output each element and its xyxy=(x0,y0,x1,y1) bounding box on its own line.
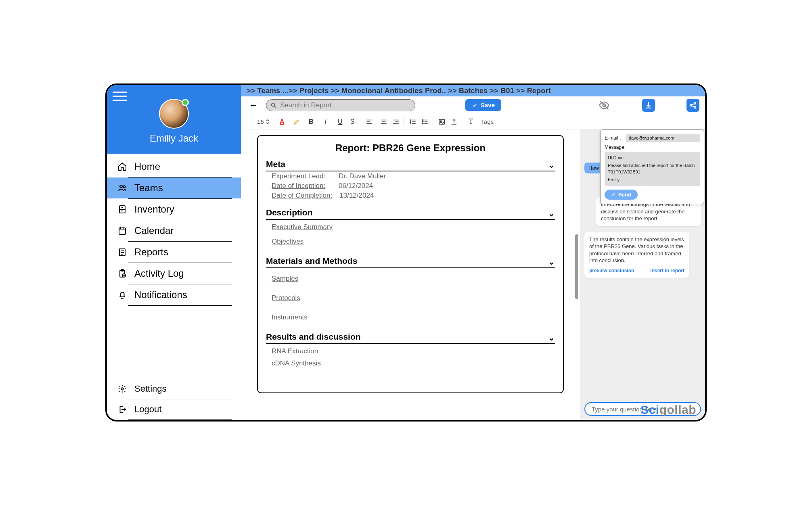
sidebar-item-label: Teams xyxy=(134,182,163,194)
download-icon[interactable] xyxy=(642,99,655,112)
send-button[interactable]: Send xyxy=(605,190,638,200)
visibility-off-icon[interactable] xyxy=(598,99,611,112)
chevron-down-icon[interactable]: ⌄ xyxy=(548,333,555,342)
sidebar-header: Emilly Jack xyxy=(107,85,241,154)
subsection-link[interactable]: Samples xyxy=(266,268,555,286)
report-title: Report: PBR26 Gene Expression xyxy=(266,142,555,154)
nav: Home Teams Inventory Calendar Reports Ac… xyxy=(107,154,241,379)
svg-line-26 xyxy=(692,105,695,106)
highlight-icon[interactable] xyxy=(291,116,303,127)
bullet-list-icon[interactable] xyxy=(421,116,433,127)
search-input[interactable] xyxy=(280,101,411,109)
share-icon[interactable] xyxy=(686,99,699,112)
back-arrow-icon[interactable]: ← xyxy=(247,100,260,111)
align-right-icon[interactable] xyxy=(392,116,404,127)
document-panel: Report: PBR26 Gene Expression Meta ⌄ Exp… xyxy=(241,129,580,420)
underline-icon[interactable]: U xyxy=(334,116,346,127)
reports-icon xyxy=(117,247,128,257)
sidebar-item-settings[interactable]: Settings xyxy=(107,379,241,399)
italic-icon[interactable]: I xyxy=(320,116,332,127)
strikethrough-icon[interactable]: S xyxy=(349,116,361,127)
logout-icon xyxy=(117,405,128,414)
image-icon[interactable] xyxy=(436,116,448,127)
bottom-nav: Settings Logout xyxy=(107,379,241,420)
calendar-icon xyxy=(117,226,128,236)
brand-logo: Sciqollab xyxy=(640,403,696,417)
toolbar: ← Save xyxy=(241,96,705,114)
message-field[interactable]: Hi Dave, Please find attached the report… xyxy=(605,152,700,186)
sidebar-item-label: Activity Log xyxy=(134,268,184,279)
sidebar-item-activity-log[interactable]: Activity Log xyxy=(107,263,241,284)
sidebar-item-logout[interactable]: Logout xyxy=(107,399,241,419)
sidebar-item-label: Settings xyxy=(134,384,167,394)
chevron-down-icon[interactable]: ⌄ xyxy=(548,209,555,218)
breadcrumb[interactable]: >> Teams ...>> Projects >> Monoclonal An… xyxy=(241,85,705,96)
main: >> Teams ...>> Projects >> Monoclonal An… xyxy=(241,85,705,420)
subsection-link[interactable]: Instruments xyxy=(266,305,555,325)
chevron-down-icon[interactable]: ⌄ xyxy=(548,257,555,267)
svg-point-42 xyxy=(423,119,423,120)
svg-point-43 xyxy=(423,121,423,122)
sidebar-item-label: Calendar xyxy=(134,225,174,236)
bell-icon xyxy=(117,290,128,300)
preview-conclusion-link[interactable]: preview conclusion xyxy=(589,267,634,274)
sidebar-item-label: Logout xyxy=(134,404,161,415)
subsection-link[interactable]: Protocols xyxy=(266,286,555,305)
email-field[interactable] xyxy=(626,134,700,142)
text-tool-icon[interactable]: T xyxy=(465,116,477,127)
sidebar-item-label: Inventory xyxy=(134,204,174,215)
numbered-list-icon[interactable]: 123 xyxy=(407,116,419,127)
tags-label[interactable]: Tags xyxy=(481,118,494,125)
check-icon xyxy=(472,102,477,108)
align-center-icon[interactable] xyxy=(378,116,390,127)
assistant-panel: How c Interpret the findings in the resu… xyxy=(580,129,705,420)
user-name: Emilly Jack xyxy=(150,133,198,144)
status-online-icon xyxy=(182,99,189,106)
format-bar: 16 A B I U S 123 T Tags xyxy=(241,114,705,129)
svg-point-0 xyxy=(120,185,122,188)
save-button[interactable]: Save xyxy=(465,99,501,111)
svg-point-17 xyxy=(121,388,123,390)
text-color-icon[interactable]: A xyxy=(276,116,288,127)
sidebar-item-inventory[interactable]: Inventory xyxy=(107,199,241,220)
scrollbar-thumb[interactable] xyxy=(575,234,578,299)
sidebar-item-teams[interactable]: Teams xyxy=(107,177,241,198)
chat-bubble-assistant: The results contain the expression level… xyxy=(584,232,689,278)
sidebar-item-home[interactable]: Home xyxy=(107,156,241,177)
sidebar-item-reports[interactable]: Reports xyxy=(107,242,241,263)
insert-in-report-link[interactable]: insert in report xyxy=(650,267,684,274)
share-popover: E-mail : Message: Hi Dave, Please find a… xyxy=(600,129,704,204)
svg-point-18 xyxy=(272,103,275,106)
subsection-link[interactable]: cDNA Synthesis xyxy=(266,359,555,371)
home-icon xyxy=(117,162,128,171)
align-left-icon[interactable] xyxy=(363,116,375,127)
chevron-down-icon[interactable]: ⌄ xyxy=(548,160,555,170)
font-size-stepper[interactable]: 16 xyxy=(257,118,270,125)
sidebar-item-label: Notifications xyxy=(134,289,187,300)
clipboard-icon xyxy=(117,269,128,278)
section-meta: Meta ⌄ xyxy=(266,159,555,171)
avatar[interactable] xyxy=(159,99,189,129)
gear-icon xyxy=(117,384,128,393)
section-results: Results and discussion ⌄ xyxy=(266,332,555,344)
sidebar-item-notifications[interactable]: Notifications xyxy=(107,284,241,305)
svg-point-44 xyxy=(423,123,423,124)
sidebar-item-calendar[interactable]: Calendar xyxy=(107,220,241,241)
cabinet-icon xyxy=(117,205,128,214)
subsection-link[interactable]: Executive Summary xyxy=(266,220,555,234)
svg-line-19 xyxy=(274,106,276,108)
report-document: Report: PBR26 Gene Expression Meta ⌄ Exp… xyxy=(257,135,564,393)
hamburger-menu-icon[interactable] xyxy=(113,89,127,104)
bold-icon[interactable]: B xyxy=(305,116,317,127)
svg-rect-6 xyxy=(119,228,126,234)
subsection-link[interactable]: RNA Extraction xyxy=(266,344,555,359)
upload-icon[interactable] xyxy=(450,116,463,127)
sidebar-item-label: Home xyxy=(134,161,160,172)
svg-line-25 xyxy=(692,103,695,104)
section-description: Description ⌄ xyxy=(266,208,555,220)
section-materials: Materials and Methods ⌄ xyxy=(266,256,555,268)
search-box[interactable] xyxy=(266,99,415,111)
sidebar-item-label: Reports xyxy=(134,246,168,258)
check-icon xyxy=(611,192,616,197)
subsection-link[interactable]: Objectives xyxy=(266,234,555,249)
